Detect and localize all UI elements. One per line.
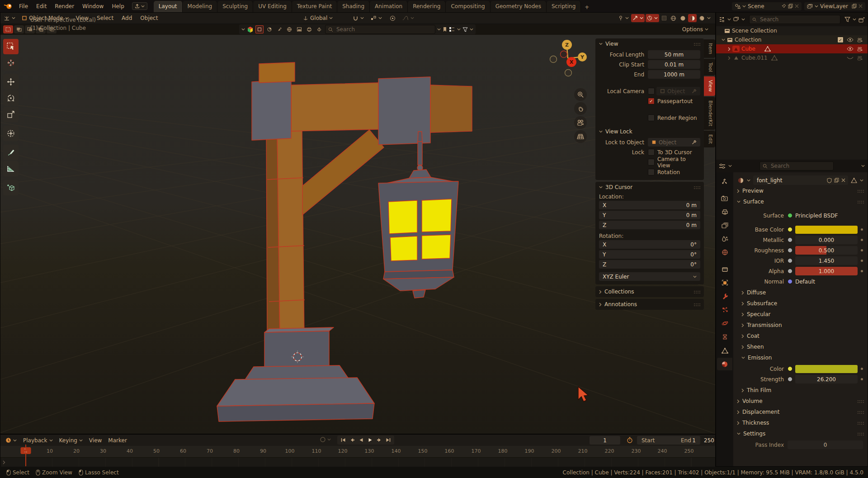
- tab-viewlayer-properties[interactable]: [717, 219, 732, 232]
- outliner-search-input[interactable]: [759, 16, 837, 23]
- filter-icon[interactable]: [844, 17, 850, 22]
- gizmo-negz-ball[interactable]: [565, 70, 572, 76]
- tab-geometry-nodes[interactable]: Geometry Nodes: [491, 1, 547, 12]
- falloff-dropdown[interactable]: [399, 13, 417, 23]
- lamp-post-object[interactable]: [217, 62, 472, 421]
- tab-scene-properties[interactable]: [717, 232, 732, 245]
- panel-transmission-header[interactable]: Transmission: [733, 320, 868, 331]
- shading-wireframe-button[interactable]: [669, 13, 678, 23]
- panel-grip[interactable]: [693, 186, 700, 189]
- lock-to-object-field[interactable]: Object: [648, 138, 700, 147]
- chevron-down-icon[interactable]: [741, 18, 745, 21]
- tab-modifier-properties[interactable]: [717, 290, 732, 303]
- metallic-field[interactable]: 0.000: [795, 236, 858, 244]
- chevron-down-icon[interactable]: [437, 28, 441, 31]
- eyedropper-icon[interactable]: [692, 140, 697, 145]
- tab-collection-properties[interactable]: [717, 263, 732, 275]
- panel-subsurface-header[interactable]: Subsurface: [733, 298, 868, 309]
- tab-animation[interactable]: Animation: [370, 1, 408, 12]
- alpha-slider[interactable]: 1.000: [795, 267, 858, 275]
- clip-start-field[interactable]: 0.01 m: [648, 60, 700, 69]
- tab-object-properties[interactable]: [717, 276, 732, 289]
- chevron-down-icon[interactable]: [860, 179, 863, 182]
- lock-rotation-checkbox[interactable]: [648, 169, 655, 175]
- panel-thin-film-header[interactable]: Thin Film: [733, 385, 868, 396]
- material-name-field[interactable]: [753, 175, 848, 185]
- panel-displacement-header[interactable]: Displacement: [733, 407, 868, 417]
- blenderkit-category-addon-icon[interactable]: [315, 25, 323, 33]
- material-name-input[interactable]: [756, 177, 805, 184]
- panel-collections[interactable]: Collections: [595, 286, 704, 297]
- cursor-rot-z-field[interactable]: Z0°: [599, 260, 700, 269]
- tab-scripting[interactable]: Scripting: [547, 1, 581, 12]
- panel-view-header[interactable]: View: [595, 38, 704, 49]
- panel-thickness-header[interactable]: Thickness: [733, 417, 868, 428]
- panel-volume-header[interactable]: Volume: [733, 396, 868, 407]
- tab-shading[interactable]: Shading: [337, 1, 370, 12]
- tab-physics-properties[interactable]: [717, 317, 732, 330]
- blenderkit-category-scene-icon[interactable]: [295, 25, 303, 33]
- playback-menu[interactable]: Playback: [20, 435, 56, 445]
- menu-edit[interactable]: Edit: [32, 3, 51, 9]
- panel-grip[interactable]: [857, 189, 864, 193]
- tab-sculpting[interactable]: Sculpting: [217, 1, 253, 12]
- tool-scale[interactable]: [3, 107, 19, 122]
- panel-specular-header[interactable]: Specular: [733, 309, 868, 320]
- playhead-line[interactable]: [25, 445, 26, 466]
- pin-icon[interactable]: [781, 4, 786, 9]
- sidebar-tab-blenderkit[interactable]: BlenderKit: [704, 97, 715, 130]
- chevron-down-icon[interactable]: [722, 38, 725, 41]
- properties-editor-icon[interactable]: [719, 163, 726, 169]
- menu-window[interactable]: Window: [78, 3, 108, 9]
- gizmo-negy-ball[interactable]: [550, 56, 557, 63]
- transform-orientation-dropdown[interactable]: Global: [300, 13, 336, 23]
- panel-grip[interactable]: [857, 421, 864, 425]
- camera-to-view-checkbox[interactable]: [648, 159, 655, 166]
- camera-view-button[interactable]: [574, 116, 587, 129]
- sidebar-tab-item[interactable]: Item: [704, 39, 715, 58]
- shading-solid-button[interactable]: [679, 13, 687, 23]
- eye-icon[interactable]: [847, 38, 854, 42]
- menu-select[interactable]: Select: [93, 15, 118, 21]
- mesh-data-icon[interactable]: [851, 178, 857, 183]
- panel-diffuse-header[interactable]: Diffuse: [733, 287, 868, 298]
- bookmark-icon[interactable]: [443, 27, 447, 32]
- chevron-down-icon[interactable]: [241, 28, 245, 31]
- list-view-icon[interactable]: [449, 27, 455, 32]
- tab-data-properties[interactable]: [717, 344, 732, 357]
- shading-rendered-button[interactable]: [698, 13, 706, 23]
- eye-icon[interactable]: [847, 47, 854, 51]
- select-mode-extend-button[interactable]: [14, 25, 24, 33]
- tab-texture-paint[interactable]: Texture Paint: [292, 1, 337, 12]
- rotation-mode-dropdown[interactable]: XYZ Euler: [599, 272, 700, 281]
- filter-display-icon[interactable]: [733, 17, 739, 22]
- snap-target-dropdown[interactable]: [368, 13, 385, 23]
- export-button[interactable]: [132, 2, 147, 10]
- chevron-right-icon[interactable]: [728, 47, 731, 51]
- tab-world-properties[interactable]: [717, 246, 732, 259]
- panel-grip[interactable]: [857, 411, 864, 414]
- panel-view-lock-header[interactable]: View Lock: [595, 126, 704, 137]
- tab-compositing[interactable]: Compositing: [446, 1, 490, 12]
- outliner-row-collection[interactable]: Collection ✓: [716, 35, 868, 44]
- use-preview-range-toggle[interactable]: [627, 437, 633, 443]
- panel-coat-header[interactable]: Coat: [733, 331, 868, 341]
- chevron-down-icon[interactable]: [727, 18, 731, 21]
- outliner-row-cube-011[interactable]: Cube.011: [716, 53, 868, 62]
- ior-field[interactable]: 1.450: [795, 256, 858, 265]
- auto-keying-toggle[interactable]: [320, 436, 331, 443]
- tab-particle-properties[interactable]: [717, 303, 732, 316]
- tab-modeling[interactable]: Modeling: [183, 1, 218, 12]
- scene-selector[interactable]: Scene: [732, 2, 802, 10]
- animate-dot[interactable]: [861, 378, 863, 380]
- timeline-editor-type-button[interactable]: [2, 435, 20, 445]
- emission-strength-field[interactable]: 26.200: [795, 375, 858, 383]
- play-button[interactable]: [366, 436, 374, 444]
- tool-select-box[interactable]: [3, 39, 19, 54]
- tab-output-properties[interactable]: [717, 205, 732, 218]
- tool-measure[interactable]: [3, 161, 19, 176]
- panel-surface-header[interactable]: Surface: [733, 196, 868, 207]
- timeline-channel-area[interactable]: [0, 458, 715, 467]
- close-icon[interactable]: [795, 4, 799, 8]
- close-icon[interactable]: [859, 4, 863, 8]
